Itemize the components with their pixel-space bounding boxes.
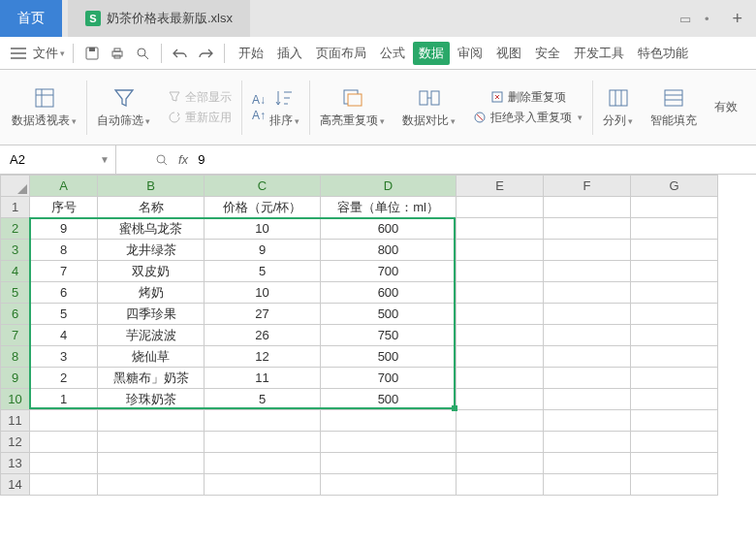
- print-icon[interactable]: [107, 43, 128, 64]
- name-box-input[interactable]: [10, 152, 87, 167]
- window-icon[interactable]: ▭: [679, 12, 691, 26]
- cell[interactable]: 5: [205, 261, 321, 282]
- cell[interactable]: [321, 410, 457, 432]
- cell[interactable]: [631, 240, 718, 261]
- row-header[interactable]: 2: [1, 218, 30, 240]
- menu-item-9[interactable]: 特色功能: [632, 42, 694, 65]
- cell[interactable]: 芋泥波波: [98, 325, 205, 346]
- cell[interactable]: [631, 325, 718, 346]
- fx-icon[interactable]: fx: [178, 152, 188, 167]
- cell[interactable]: [205, 432, 321, 453]
- cell[interactable]: [205, 410, 321, 432]
- column-header[interactable]: G: [631, 176, 718, 197]
- cell[interactable]: [544, 410, 631, 432]
- cell[interactable]: [631, 261, 718, 282]
- row-header[interactable]: 12: [1, 432, 30, 453]
- row-header[interactable]: 9: [1, 368, 30, 389]
- menu-item-6[interactable]: 视图: [490, 42, 527, 65]
- cell[interactable]: [98, 432, 205, 453]
- cell[interactable]: [457, 197, 544, 218]
- reapply-button[interactable]: 重新应用: [168, 110, 232, 126]
- row-header[interactable]: 13: [1, 453, 30, 474]
- validity-button[interactable]: 有效: [707, 70, 745, 145]
- document-tab[interactable]: S 奶茶价格表最新版.xlsx: [68, 0, 250, 37]
- pivot-table-button[interactable]: 数据透视表: [4, 70, 84, 145]
- redo-icon[interactable]: [195, 43, 216, 64]
- cell[interactable]: [544, 197, 631, 218]
- column-header[interactable]: C: [205, 176, 321, 197]
- remove-dup-button[interactable]: 删除重复项: [490, 89, 566, 106]
- cell[interactable]: 序号: [30, 197, 98, 218]
- cell[interactable]: [631, 389, 718, 410]
- cell[interactable]: [631, 218, 718, 240]
- reject-dup-button[interactable]: 拒绝录入重复项: [473, 110, 583, 126]
- cell[interactable]: [30, 432, 98, 453]
- home-tab[interactable]: 首页: [0, 0, 62, 37]
- cell[interactable]: [631, 282, 718, 304]
- cell[interactable]: [544, 218, 631, 240]
- cell[interactable]: [457, 410, 544, 432]
- cell[interactable]: [544, 432, 631, 453]
- cell[interactable]: 7: [30, 261, 98, 282]
- cell[interactable]: [631, 304, 718, 325]
- cell[interactable]: 10: [205, 218, 321, 240]
- cell[interactable]: 4: [30, 325, 98, 346]
- chevron-down-icon[interactable]: ▼: [100, 154, 110, 165]
- save-icon[interactable]: [81, 43, 103, 64]
- file-menu[interactable]: 文件▾: [33, 45, 65, 62]
- cell[interactable]: [30, 453, 98, 474]
- cell[interactable]: 名称: [98, 197, 205, 218]
- text-to-columns-button[interactable]: 分列: [595, 70, 641, 145]
- cell[interactable]: 9: [30, 218, 98, 240]
- cell[interactable]: 11: [205, 368, 321, 389]
- cell[interactable]: [205, 474, 321, 496]
- cell[interactable]: [544, 453, 631, 474]
- cell[interactable]: [631, 346, 718, 368]
- sort-desc-button[interactable]: A↑: [252, 109, 266, 122]
- cell[interactable]: 蜜桃乌龙茶: [98, 218, 205, 240]
- cell[interactable]: 8: [30, 240, 98, 261]
- cell[interactable]: [631, 453, 718, 474]
- cell[interactable]: [544, 325, 631, 346]
- cell[interactable]: 容量（单位：ml）: [321, 197, 457, 218]
- cell[interactable]: [631, 432, 718, 453]
- data-compare-button[interactable]: 数据对比: [394, 70, 463, 145]
- menu-item-5[interactable]: 审阅: [452, 42, 488, 65]
- cell[interactable]: 500: [321, 304, 457, 325]
- cell[interactable]: 750: [321, 325, 457, 346]
- formula-input[interactable]: [198, 152, 488, 167]
- cell[interactable]: [98, 453, 205, 474]
- undo-icon[interactable]: [170, 43, 191, 64]
- dot-icon[interactable]: •: [705, 12, 709, 26]
- cell[interactable]: [457, 453, 544, 474]
- row-header[interactable]: 1: [1, 197, 30, 218]
- cell[interactable]: [457, 346, 544, 368]
- cell[interactable]: [544, 346, 631, 368]
- column-header[interactable]: B: [98, 176, 205, 197]
- cell[interactable]: 600: [321, 282, 457, 304]
- cell[interactable]: 500: [321, 346, 457, 368]
- cell[interactable]: 10: [205, 282, 321, 304]
- name-box[interactable]: ▼: [0, 145, 116, 174]
- cell[interactable]: 价格（元/杯）: [205, 197, 321, 218]
- select-all-corner[interactable]: [1, 176, 30, 197]
- menu-item-3[interactable]: 公式: [374, 42, 411, 65]
- cell[interactable]: 2: [30, 368, 98, 389]
- column-header[interactable]: E: [457, 176, 544, 197]
- cell[interactable]: [457, 432, 544, 453]
- sort-asc-button[interactable]: A↓: [252, 93, 266, 107]
- cell[interactable]: [544, 389, 631, 410]
- cell[interactable]: 5: [205, 389, 321, 410]
- cell[interactable]: [457, 389, 544, 410]
- cell[interactable]: [457, 368, 544, 389]
- cell[interactable]: [321, 432, 457, 453]
- cell[interactable]: 烧仙草: [98, 346, 205, 368]
- cell[interactable]: [631, 474, 718, 496]
- row-header[interactable]: 14: [1, 474, 30, 496]
- column-header[interactable]: F: [544, 176, 631, 197]
- cell[interactable]: 600: [321, 218, 457, 240]
- cell[interactable]: 龙井绿茶: [98, 240, 205, 261]
- cell[interactable]: 700: [321, 261, 457, 282]
- cell[interactable]: [457, 325, 544, 346]
- new-tab-button[interactable]: +: [718, 0, 756, 37]
